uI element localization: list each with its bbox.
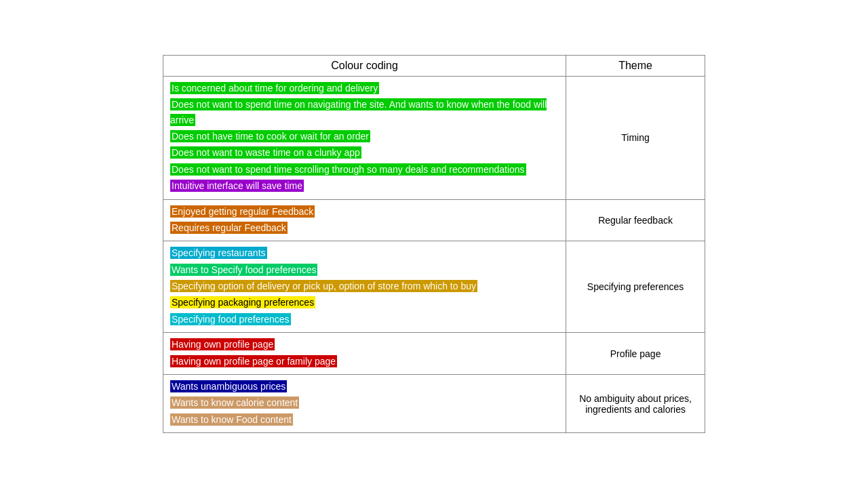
highlighted-text: Does not want to spend time scrolling th…	[170, 163, 526, 176]
highlighted-text: Does not want to waste time on a clunky …	[170, 146, 361, 159]
colour-theme-table: Colour coding Theme Is concerned about t…	[163, 55, 705, 433]
highlighted-text: Requires regular Feedback	[170, 222, 288, 234]
list-item: Having own profile page	[170, 337, 559, 352]
highlighted-text: Is concerned about time for ordering and…	[170, 82, 379, 94]
list-item: Specifying packaging preferences	[170, 295, 559, 310]
colour-cell-0: Is concerned about time for ordering and…	[163, 76, 566, 199]
highlighted-text: Intuitive interface will save time	[170, 180, 304, 192]
list-item: Having own profile page or family page	[170, 354, 559, 369]
list-item: Wants to know calorie content	[170, 395, 559, 410]
list-item: Specifying restaurants	[170, 245, 559, 260]
main-table-container: Colour coding Theme Is concerned about t…	[163, 55, 705, 433]
theme-cell-1: Regular feedback	[566, 199, 705, 241]
list-item: Does not want to waste time on a clunky …	[170, 145, 559, 160]
theme-cell-2: Specifying preferences	[566, 241, 705, 333]
table-row: Having own profile pageHaving own profil…	[163, 333, 705, 375]
list-item: Specifying option of delivery or pick up…	[170, 279, 559, 293]
colour-cell-4: Wants unambiguous pricesWants to know ca…	[163, 375, 566, 433]
list-item: Wants to Specify food preferences	[170, 262, 559, 277]
highlighted-text: Does not want to spend time on navigatin…	[170, 98, 547, 125]
highlighted-text: Specifying food preferences	[170, 313, 291, 325]
highlighted-text: Specifying packaging preferences	[170, 296, 315, 308]
table-row: Wants unambiguous pricesWants to know ca…	[163, 375, 705, 433]
list-item: Does not want to spend time on navigatin…	[170, 97, 559, 127]
list-item: Specifying food preferences	[170, 312, 559, 327]
colour-cell-3: Having own profile pageHaving own profil…	[163, 333, 566, 375]
highlighted-text: Wants unambiguous prices	[170, 380, 287, 392]
list-item: Requires regular Feedback	[170, 220, 559, 235]
highlighted-text: Having own profile page	[170, 338, 275, 350]
table-row: Enjoyed getting regular FeedbackRequires…	[163, 199, 705, 241]
col1-header: Colour coding	[163, 55, 566, 76]
list-item: Wants unambiguous prices	[170, 379, 559, 394]
highlighted-text: Does not have time to cook or wait for a…	[170, 130, 370, 142]
theme-cell-0: Timing	[566, 76, 705, 199]
highlighted-text: Enjoyed getting regular Feedback	[170, 205, 315, 218]
list-item: Intuitive interface will save time	[170, 178, 559, 193]
theme-cell-4: No ambiguity about prices, ingredients a…	[566, 375, 705, 433]
theme-cell-3: Profile page	[566, 333, 705, 375]
highlighted-text: Wants to Specify food preferences	[170, 264, 317, 276]
table-row: Is concerned about time for ordering and…	[163, 76, 705, 199]
list-item: Does not have time to cook or wait for a…	[170, 129, 559, 144]
col2-header: Theme	[566, 55, 705, 76]
highlighted-text: Specifying restaurants	[170, 247, 267, 259]
highlighted-text: Wants to know calorie content	[170, 396, 299, 409]
list-item: Is concerned about time for ordering and…	[170, 81, 559, 96]
highlighted-text: Specifying option of delivery or pick up…	[170, 280, 477, 292]
table-row: Specifying restaurantsWants to Specify f…	[163, 241, 705, 333]
colour-cell-1: Enjoyed getting regular FeedbackRequires…	[163, 199, 566, 241]
highlighted-text: Wants to know Food content	[170, 413, 293, 426]
list-item: Does not want to spend time scrolling th…	[170, 162, 559, 177]
list-item: Enjoyed getting regular Feedback	[170, 204, 559, 219]
list-item: Wants to know Food content	[170, 412, 559, 427]
colour-cell-2: Specifying restaurantsWants to Specify f…	[163, 241, 566, 333]
highlighted-text: Having own profile page or family page	[170, 355, 337, 367]
